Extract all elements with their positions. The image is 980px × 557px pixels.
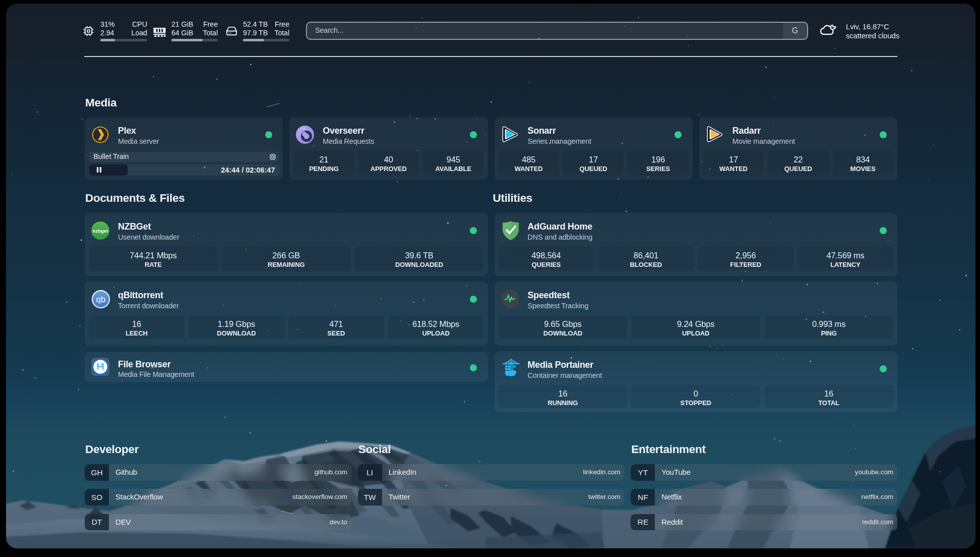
svg-text:nzbget: nzbget bbox=[93, 228, 108, 233]
svg-text:qb: qb bbox=[96, 294, 106, 304]
